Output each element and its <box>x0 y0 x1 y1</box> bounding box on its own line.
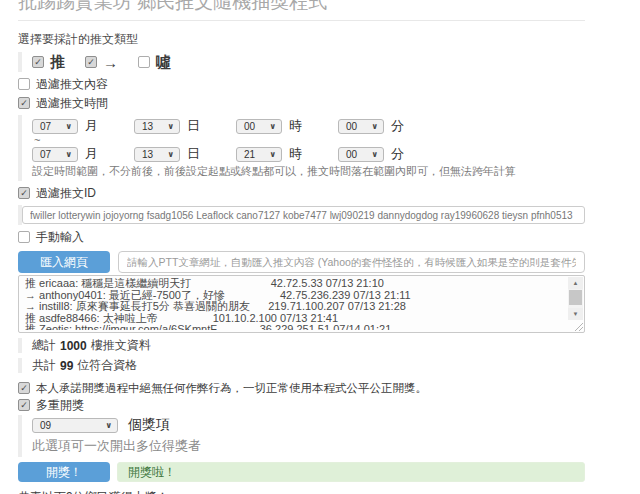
import-row: 匯入網頁 <box>18 251 585 273</box>
import-webpage-button[interactable]: 匯入網頁 <box>18 251 110 273</box>
promise-row: ✓ 本人承諾開獎過程中絕無任何作弊行為，一切正常使用本程式公平公正開獎。 <box>18 381 585 395</box>
resize-grip[interactable] <box>573 321 583 331</box>
total-comments-stat: 總計 1000 樓推文資料 <box>18 338 585 353</box>
total-value: 1000 <box>60 339 87 353</box>
filter-content-label: 過濾推文內容 <box>36 76 108 93</box>
time-from-month-select[interactable]: 07∨ <box>32 119 78 134</box>
select-value: 13 <box>142 121 153 132</box>
push-type-option-label: 推 <box>50 53 65 72</box>
time-range-tilde: ~ <box>34 135 585 145</box>
chevron-down-icon: ∨ <box>372 150 379 159</box>
result-heading: 恭喜以下9位鄉民獲得大獎！ <box>18 489 585 494</box>
check-icon: ✓ <box>20 401 28 410</box>
multi-draw-row: ✓ 多重開獎 <box>18 398 585 412</box>
checkbox-manual-input[interactable]: ✓ <box>18 231 30 243</box>
checkbox-push[interactable]: ✓ <box>32 56 44 68</box>
time-filter-group: 07∨ 月 13∨ 日 00∨ 時 00∨ 分 ~ 07∨ 月 13∨ 日 21… <box>18 115 585 181</box>
time-from-hour-select[interactable]: 00∨ <box>236 119 282 134</box>
article-url-input[interactable] <box>118 251 585 273</box>
chevron-down-icon: ∨ <box>372 122 379 131</box>
push-type-option-boo: ✓ 噓 <box>138 53 171 72</box>
time-from-minute-select[interactable]: 00∨ <box>338 119 384 134</box>
draw-row: 開獎！ 開獎啦！ <box>18 462 585 482</box>
id-filter-group <box>18 205 585 225</box>
draw-button[interactable]: 開獎！ <box>18 462 110 482</box>
draw-success-alert: 開獎啦！ <box>117 462 585 482</box>
checkbox-filter-time[interactable]: ✓ <box>18 97 30 109</box>
divider <box>18 20 585 21</box>
total-suffix: 樓推文資料 <box>91 337 151 354</box>
prize-count-row: 09∨ 個獎項 <box>32 417 585 433</box>
push-type-group: ✓ 推 ✓ → ✓ 噓 <box>18 52 585 72</box>
promise-label: 本人承諾開獎過程中絕無任何作弊行為，一切正常使用本程式公平公正開獎。 <box>36 381 427 396</box>
chevron-down-icon: ∨ <box>66 150 73 159</box>
scroll-down-icon[interactable]: ▼ <box>568 308 583 320</box>
hour-unit-label: 時 <box>289 145 302 163</box>
page-title: 批踢踢實業坊 鄉民推文隨機抽獎程式 <box>18 0 585 13</box>
qualified-suffix: 位符合資格 <box>77 357 137 374</box>
chevron-down-icon: ∨ <box>168 122 175 131</box>
select-value: 00 <box>346 121 357 132</box>
chevron-down-icon: ∨ <box>106 421 113 430</box>
page-content: 批踢踢實業坊 鄉民推文隨機抽獎程式 選擇要採計的推文類型 ✓ 推 ✓ → ✓ 噓… <box>0 0 585 494</box>
push-type-option-label: → <box>103 54 118 71</box>
textarea-scrollbar[interactable]: ▲ ▼ <box>568 277 583 320</box>
time-filter-hint: 設定時間範圍，不分前後，前後設定起點或終點都可以，推文時間落在範圍內即可，但無法… <box>32 164 585 179</box>
select-value: 09 <box>40 420 51 431</box>
select-value: 21 <box>244 149 255 160</box>
filter-id-row: ✓ 過濾推文ID <box>18 186 585 200</box>
check-icon: ✓ <box>20 189 28 198</box>
chevron-down-icon: ∨ <box>270 122 277 131</box>
checkbox-arrow[interactable]: ✓ <box>85 56 97 68</box>
check-icon: ✓ <box>20 384 28 393</box>
push-type-label: 選擇要採計的推文類型 <box>18 31 585 48</box>
filter-content-row: ✓ 過濾推文內容 <box>18 77 585 91</box>
chevron-down-icon: ∨ <box>66 122 73 131</box>
time-from-day-select[interactable]: 13∨ <box>134 119 180 134</box>
select-value: 00 <box>244 121 255 132</box>
chevron-down-icon: ∨ <box>270 150 277 159</box>
checkbox-boo[interactable]: ✓ <box>138 56 150 68</box>
qualified-value: 99 <box>60 359 73 373</box>
select-value: 00 <box>346 149 357 160</box>
push-type-option-arrow: ✓ → <box>85 54 118 71</box>
month-unit-label: 月 <box>85 117 98 135</box>
id-filter-input[interactable] <box>22 206 585 224</box>
select-value: 07 <box>40 121 51 132</box>
time-to-minute-select[interactable]: 00∨ <box>338 147 384 162</box>
checkbox-filter-content[interactable]: ✓ <box>18 78 30 90</box>
check-icon: ✓ <box>87 58 95 67</box>
multi-draw-group: 09∨ 個獎項 此選項可一次開出多位得獎者 <box>18 415 585 457</box>
checkbox-multi-draw[interactable]: ✓ <box>18 399 30 411</box>
check-icon: ✓ <box>20 99 28 108</box>
push-content-textarea[interactable]: 推 ericaaa: 穩穩是這樣繼續明天打 42.72.5.33 07/13 2… <box>18 275 585 333</box>
day-unit-label: 日 <box>187 117 200 135</box>
select-value: 07 <box>40 149 51 160</box>
select-value: 13 <box>142 149 153 160</box>
manual-input-label: 手動輸入 <box>36 229 84 246</box>
push-type-option-push: ✓ 推 <box>32 53 65 72</box>
hour-unit-label: 時 <box>289 117 302 135</box>
time-to-day-select[interactable]: 13∨ <box>134 147 180 162</box>
checkbox-promise[interactable]: ✓ <box>18 382 30 394</box>
check-icon: ✓ <box>34 58 42 67</box>
manual-input-row: ✓ 手動輸入 <box>18 230 585 244</box>
push-content-text: 推 ericaaa: 穩穩是這樣繼續明天打 42.72.5.33 07/13 2… <box>25 278 562 330</box>
chevron-down-icon: ∨ <box>168 150 175 159</box>
filter-id-label: 過濾推文ID <box>36 185 96 202</box>
time-to-month-select[interactable]: 07∨ <box>32 147 78 162</box>
time-from-row: 07∨ 月 13∨ 日 00∨ 時 00∨ 分 <box>32 118 585 134</box>
qualified-stat: 共計 99 位符合資格 <box>18 358 585 373</box>
total-prefix: 總計 <box>32 337 56 354</box>
filter-time-label: 過濾推文時間 <box>36 95 108 112</box>
time-to-hour-select[interactable]: 21∨ <box>236 147 282 162</box>
prize-count-select[interactable]: 09∨ <box>32 418 118 433</box>
month-unit-label: 月 <box>85 145 98 163</box>
multi-draw-label: 多重開獎 <box>36 397 84 414</box>
checkbox-filter-id[interactable]: ✓ <box>18 187 30 199</box>
scroll-up-icon[interactable]: ▲ <box>568 277 583 289</box>
scrollbar-thumb[interactable] <box>569 290 582 305</box>
day-unit-label: 日 <box>187 145 200 163</box>
multi-draw-hint: 此選項可一次開出多位得獎者 <box>32 437 585 455</box>
qualified-prefix: 共計 <box>32 357 56 374</box>
